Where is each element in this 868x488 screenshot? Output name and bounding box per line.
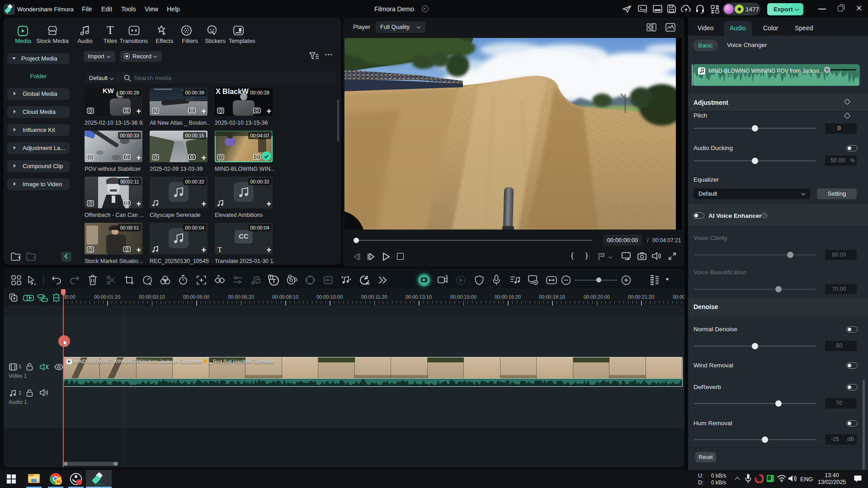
svg-text:AI: AI xyxy=(366,282,369,286)
